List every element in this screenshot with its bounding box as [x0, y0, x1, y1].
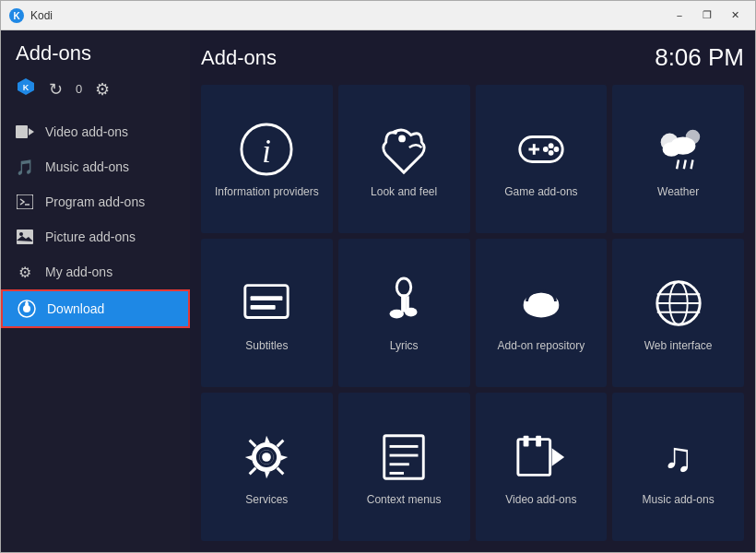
svg-point-19	[553, 147, 559, 152]
tile-label-game-addons: Game add-ons	[504, 185, 577, 200]
tile-lyrics[interactable]: Lyrics	[338, 239, 470, 387]
addons-grid: i Information providers Look and feel	[201, 85, 744, 541]
program-icon	[16, 193, 34, 211]
nav-label-my: My add-ons	[45, 265, 112, 279]
tile-music-addons2[interactable]: ♫ Music add-ons	[612, 393, 744, 541]
sidebar-toolbar: K ↻ 0 ⚙	[1, 73, 190, 111]
nav-label-picture: Picture add-ons	[45, 229, 136, 244]
kodi-logo: K	[8, 7, 25, 24]
star-icon: ⚙	[16, 263, 34, 281]
tile-label-subtitles: Subtitles	[245, 339, 288, 354]
tile-label-look-and-feel: Look and feel	[371, 185, 437, 200]
nav-label-download: Download	[47, 301, 104, 316]
svg-point-45	[263, 453, 272, 462]
svg-point-9	[19, 232, 23, 236]
refresh-icon[interactable]: ↻	[49, 79, 63, 100]
sidebar-item-my-addons[interactable]: ⚙ My add-ons	[1, 254, 190, 289]
tile-information-providers[interactable]: i Information providers	[201, 85, 333, 233]
svg-rect-8	[17, 229, 33, 244]
app-window: K Kodi − ❐ ✕ Add-ons K	[0, 0, 756, 553]
svg-point-20	[549, 150, 554, 156]
svg-point-14	[398, 135, 406, 142]
tile-addon-repository[interactable]: Add-on repository	[476, 239, 608, 387]
svg-point-36	[405, 308, 418, 317]
svg-line-27	[691, 159, 692, 169]
svg-rect-29	[245, 285, 288, 317]
tile-label-information-providers: Information providers	[215, 185, 319, 200]
svg-text:K: K	[13, 11, 20, 21]
maximize-button[interactable]: ❐	[694, 6, 720, 25]
svg-marker-52	[551, 448, 564, 465]
svg-rect-33	[401, 294, 407, 312]
sidebar-nav: Video add-ons 🎵 Music add-ons Program	[1, 111, 190, 552]
svg-point-34	[390, 309, 404, 318]
svg-point-21	[543, 147, 549, 152]
sidebar: Add-ons K ↻ 0 ⚙	[1, 30, 190, 552]
sidebar-title: Add-ons	[16, 41, 91, 65]
tile-label-weather: Weather	[657, 185, 699, 200]
tile-web-interface[interactable]: Web interface	[612, 239, 744, 387]
sidebar-item-music-addons[interactable]: 🎵 Music add-ons	[1, 149, 190, 184]
svg-point-18	[549, 143, 554, 148]
tile-label-music-addons2: Music add-ons	[643, 493, 715, 508]
svg-point-24	[662, 142, 679, 156]
svg-rect-31	[251, 305, 276, 310]
svg-marker-5	[29, 128, 34, 135]
svg-rect-30	[251, 296, 283, 300]
nav-label-music: Music add-ons	[45, 159, 129, 174]
picture-icon	[16, 228, 34, 246]
tile-game-addons[interactable]: Game add-ons	[476, 85, 608, 233]
title-bar: K Kodi − ❐ ✕	[1, 1, 755, 30]
sidebar-header: Add-ons	[1, 30, 190, 73]
tile-services[interactable]: Services	[201, 393, 333, 541]
svg-rect-54	[524, 436, 529, 447]
svg-text:K: K	[23, 83, 30, 92]
clock: 8:06 PM	[655, 43, 744, 72]
sidebar-item-download[interactable]: Download	[1, 289, 190, 328]
tile-context-menus[interactable]: Context menus	[338, 393, 470, 541]
update-count: 0	[76, 82, 82, 96]
nav-label-program: Program add-ons	[45, 194, 145, 209]
svg-text:i: i	[263, 133, 272, 169]
minimize-button[interactable]: −	[667, 6, 692, 25]
nav-label-video: Video add-ons	[45, 124, 128, 139]
page-title: Add-ons	[201, 46, 277, 70]
settings-icon[interactable]: ⚙	[95, 79, 110, 100]
download-icon	[18, 300, 36, 318]
tile-weather[interactable]: Weather	[612, 85, 744, 233]
window-title: Kodi	[30, 9, 667, 22]
svg-point-32	[396, 278, 410, 296]
sidebar-item-program-addons[interactable]: Program add-ons	[1, 184, 190, 219]
tile-label-services: Services	[245, 493, 288, 508]
svg-rect-4	[16, 125, 28, 138]
main-header: Add-ons 8:06 PM	[201, 43, 744, 72]
close-button[interactable]: ✕	[722, 6, 748, 25]
app-body: Add-ons K ↻ 0 ⚙	[1, 30, 755, 552]
svg-line-26	[683, 159, 685, 169]
tile-video-addons2[interactable]: Video add-ons	[476, 393, 608, 541]
svg-rect-51	[518, 439, 550, 475]
svg-text:♫: ♫	[662, 434, 692, 479]
tile-label-addon-repository: Add-on repository	[498, 339, 585, 354]
tile-label-video-addons2: Video add-ons	[505, 493, 576, 508]
tile-subtitles[interactable]: Subtitles	[201, 239, 333, 387]
tile-look-and-feel[interactable]: Look and feel	[338, 85, 470, 233]
tile-label-lyrics: Lyrics	[390, 339, 419, 354]
svg-line-25	[677, 159, 679, 169]
tile-label-web-interface: Web interface	[644, 339, 713, 354]
video-icon	[16, 123, 34, 141]
svg-point-28	[685, 129, 699, 143]
svg-rect-55	[536, 436, 541, 447]
tile-label-context-menus: Context menus	[367, 493, 442, 508]
main-content: Add-ons 8:06 PM i Information providers	[190, 30, 755, 552]
sidebar-item-picture-addons[interactable]: Picture add-ons	[1, 219, 190, 254]
sidebar-item-video-addons[interactable]: Video add-ons	[1, 114, 190, 149]
music-icon: 🎵	[16, 158, 34, 176]
kodi-icon[interactable]: K	[16, 76, 36, 101]
window-controls: − ❐ ✕	[667, 6, 748, 25]
